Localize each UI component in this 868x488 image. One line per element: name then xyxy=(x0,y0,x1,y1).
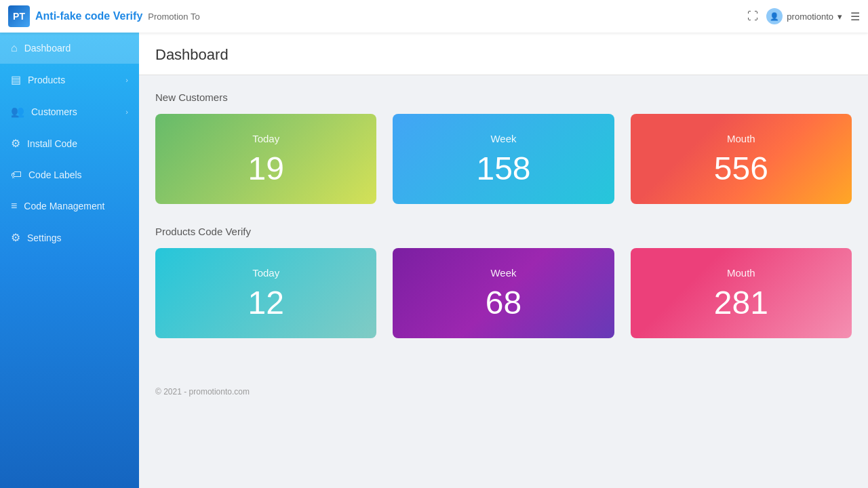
nc-mouth-label: Mouth xyxy=(727,133,755,144)
install-code-icon: ⚙ xyxy=(11,137,20,150)
home-icon: ⌂ xyxy=(11,42,18,54)
logo-box: PT xyxy=(8,5,30,27)
user-dropdown[interactable]: 👤 promotionto ▾ xyxy=(766,8,842,24)
main-content: Dashboard New Customers Today 19 Week 15… xyxy=(139,33,868,488)
content-area: New Customers Today 19 Week 158 Mouth 55… xyxy=(139,75,868,376)
hamburger-menu-icon[interactable]: ☰ xyxy=(850,10,860,23)
page-header: Dashboard xyxy=(139,33,868,75)
new-customers-week-card: Week 158 xyxy=(393,114,614,204)
page-title: Dashboard xyxy=(155,46,852,64)
header-subtitle: Promotion To xyxy=(148,12,199,22)
header: PT Anti-fake code Verify Promotion To ⛶ … xyxy=(0,0,868,33)
sidebar-label-customers: Customers xyxy=(31,106,77,117)
pc-today-card: Today 12 xyxy=(155,248,376,338)
logo: PT Anti-fake code Verify Promotion To xyxy=(8,5,200,27)
expand-icon[interactable]: ⛶ xyxy=(747,10,758,22)
sidebar-label-settings: Settings xyxy=(27,232,62,243)
nc-week-value: 158 xyxy=(476,152,530,185)
sidebar-label-code-labels: Code Labels xyxy=(28,169,82,180)
customers-icon: 👥 xyxy=(11,105,24,118)
sidebar-label-code-management: Code Management xyxy=(24,201,104,211)
pc-today-label: Today xyxy=(252,267,279,279)
pc-week-card: Week 68 xyxy=(393,248,614,338)
code-management-icon: ≡ xyxy=(11,200,17,212)
nc-week-label: Week xyxy=(490,133,516,144)
footer-text: © 2021 - promotionto.com xyxy=(155,387,250,396)
layout: ⌂ Dashboard ▤ Products › 👥 Customers › ⚙… xyxy=(0,33,868,488)
user-name: promotionto xyxy=(787,12,833,22)
code-labels-icon: 🏷 xyxy=(11,169,22,181)
chevron-right-icon-customers: › xyxy=(125,108,128,116)
pc-mouth-value: 281 xyxy=(714,287,768,319)
sidebar-item-code-labels[interactable]: 🏷 Code Labels xyxy=(0,159,139,190)
pc-week-label: Week xyxy=(490,267,516,279)
chevron-right-icon: › xyxy=(125,76,128,84)
sidebar-label-products: Products xyxy=(28,75,65,85)
avatar: 👤 xyxy=(766,8,783,24)
new-customers-section-title: New Customers xyxy=(155,92,852,103)
sidebar-item-code-management[interactable]: ≡ Code Management xyxy=(0,190,139,222)
pc-today-value: 12 xyxy=(248,287,283,319)
dropdown-chevron: ▾ xyxy=(837,12,842,22)
header-right: ⛶ 👤 promotionto ▾ ☰ xyxy=(747,8,860,24)
nc-today-label: Today xyxy=(252,133,279,144)
nc-today-value: 19 xyxy=(248,152,283,185)
new-customers-mouth-card: Mouth 556 xyxy=(631,114,852,204)
sidebar: ⌂ Dashboard ▤ Products › 👥 Customers › ⚙… xyxy=(0,33,139,488)
pc-week-value: 68 xyxy=(486,287,521,319)
sidebar-item-settings[interactable]: ⚙ Settings xyxy=(0,222,139,253)
sidebar-label-dashboard: Dashboard xyxy=(24,43,71,54)
nc-mouth-value: 556 xyxy=(714,152,768,185)
new-customers-cards: Today 19 Week 158 Mouth 556 xyxy=(155,114,852,204)
footer: © 2021 - promotionto.com xyxy=(139,376,868,407)
products-icon: ▤ xyxy=(11,73,21,86)
pc-mouth-card: Mouth 281 xyxy=(631,248,852,338)
logo-text: PT xyxy=(13,11,25,22)
sidebar-item-dashboard[interactable]: ⌂ Dashboard xyxy=(0,33,139,64)
products-code-section-title: Products Code Verify xyxy=(155,226,852,237)
sidebar-item-customers[interactable]: 👥 Customers › xyxy=(0,96,139,127)
new-customers-today-card: Today 19 xyxy=(155,114,376,204)
app-name: Anti-fake code Verify xyxy=(35,10,142,22)
sidebar-item-install-code[interactable]: ⚙ Install Code xyxy=(0,127,139,159)
products-code-cards: Today 12 Week 68 Mouth 281 xyxy=(155,248,852,338)
settings-icon: ⚙ xyxy=(11,231,20,244)
sidebar-item-products[interactable]: ▤ Products › xyxy=(0,64,139,96)
pc-mouth-label: Mouth xyxy=(727,267,755,279)
sidebar-label-install-code: Install Code xyxy=(27,138,77,149)
